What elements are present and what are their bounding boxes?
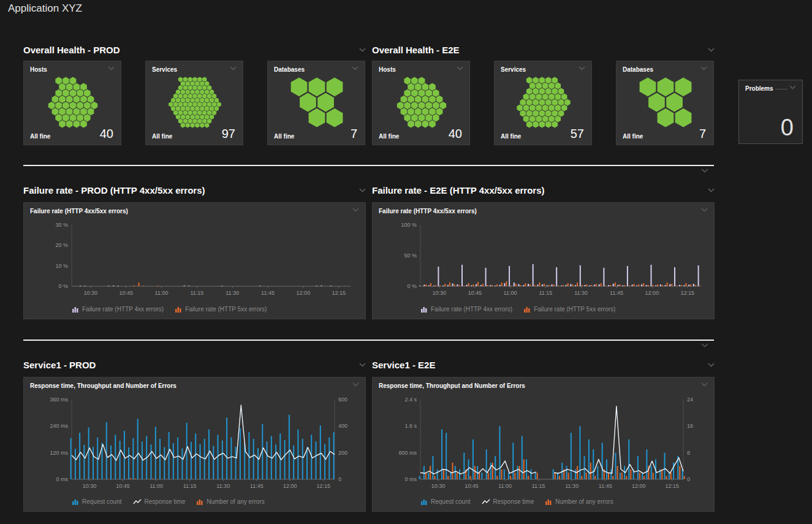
svg-text:10:30: 10:30 — [83, 483, 97, 489]
legend-label: Failure rate (HTTP 5xx errors) — [185, 306, 267, 313]
tile-hosts-e2e[interactable]: Hosts All fine 40 — [372, 61, 470, 145]
legend-label: Response time — [145, 498, 186, 505]
sparkline-placeholder — [775, 89, 787, 89]
svg-text:11:45: 11:45 — [599, 483, 612, 489]
tile-services-e2e[interactable]: Services All fine 57 — [494, 61, 592, 145]
bar-series-icon — [545, 499, 552, 505]
chevron-down-icon[interactable] — [352, 382, 359, 387]
svg-text:360 ms: 360 ms — [50, 397, 68, 403]
failure-rate-prod-chart[interactable]: 0 %10 %20 %30 %10:3010:4511:0011:1511:30… — [30, 220, 359, 300]
legend-label: Request count — [431, 498, 471, 505]
svg-text:11:00: 11:00 — [504, 290, 517, 296]
honeycomb-chart[interactable] — [37, 77, 108, 128]
chevron-down-icon[interactable] — [352, 66, 359, 70]
chevron-down-icon[interactable] — [701, 208, 708, 212]
tile-databases-prod[interactable]: Databases All fine 7 — [267, 61, 365, 145]
status-text: All fine — [501, 133, 521, 140]
svg-text:12:15: 12:15 — [317, 483, 331, 489]
failure-rate-e2e-chart[interactable]: 0 %50 %100 %10:3010:4511:0011:1511:3011:… — [379, 220, 708, 300]
honeycomb-chart[interactable] — [508, 77, 579, 128]
legend-item[interactable]: Response time — [133, 498, 186, 505]
svg-text:1.6 s: 1.6 s — [404, 423, 417, 429]
tile-title: Databases — [274, 66, 305, 73]
chevron-down-icon[interactable] — [701, 343, 708, 347]
chevron-down-icon[interactable] — [700, 66, 707, 70]
service1-e2e-chart[interactable]: 0 ms800 ms1.6 s2.4 s08162410:3010:4511:0… — [379, 395, 708, 493]
honeycomb-chart[interactable] — [281, 77, 352, 128]
tile-databases-e2e[interactable]: Databases All fine 7 — [616, 61, 714, 145]
chart-legend: Request countResponse timeNumber of any … — [420, 498, 613, 505]
section-title: Overall Health - E2E — [372, 45, 460, 55]
bar-series-icon — [72, 499, 79, 505]
svg-text:11:15: 11:15 — [183, 483, 197, 489]
tile-title: Services — [501, 66, 526, 73]
svg-text:100 %: 100 % — [401, 222, 417, 228]
legend-item[interactable]: Failure rate (HTTP 5xx errors) — [175, 306, 267, 313]
tile-services-prod[interactable]: Services All fine 97 — [145, 61, 243, 145]
tile-failure-rate-e2e[interactable]: Failure rate (HTTP 4xx/5xx errors) 0 %50… — [372, 202, 715, 319]
chevron-down-icon[interactable] — [230, 66, 237, 70]
svg-text:11:30: 11:30 — [226, 290, 239, 296]
tile-problems[interactable]: Problems 0 — [738, 80, 803, 144]
chevron-down-icon[interactable] — [708, 188, 715, 192]
status-text: All fine — [30, 133, 50, 140]
svg-text:12:00: 12:00 — [632, 483, 646, 489]
svg-text:10:30: 10:30 — [433, 290, 447, 296]
chevron-down-icon[interactable] — [352, 208, 359, 212]
bar-series-icon — [196, 499, 203, 505]
honeycomb-chart[interactable] — [159, 77, 230, 128]
legend-item[interactable]: Number of any errors — [545, 498, 613, 505]
chevron-down-icon[interactable] — [701, 382, 708, 387]
svg-text:10:30: 10:30 — [431, 483, 446, 489]
section-header-service1-prod: Service1 - PROD — [23, 358, 366, 371]
svg-text:0: 0 — [338, 476, 341, 482]
tile-hosts-prod[interactable]: Hosts All fine 40 — [23, 61, 121, 145]
legend-item[interactable]: Response time — [482, 498, 534, 505]
chevron-down-icon[interactable] — [359, 188, 366, 192]
honeycomb-chart[interactable] — [386, 77, 457, 128]
chevron-down-icon[interactable] — [789, 85, 796, 89]
section-header-failure-e2e: Failure rate - E2E (HTTP 4xx/5xx errors) — [372, 183, 715, 197]
legend-item[interactable]: Failure rate (HTTP 4xx errors) — [72, 306, 164, 313]
honeycomb-chart[interactable] — [630, 77, 701, 128]
svg-text:12:00: 12:00 — [297, 290, 311, 296]
status-text: All fine — [379, 133, 399, 140]
chevron-down-icon[interactable] — [359, 48, 366, 52]
legend-item[interactable]: Failure rate (HTTP 5xx errors) — [523, 306, 615, 313]
tile-service1-prod[interactable]: Response time, Throughput and Number of … — [23, 377, 366, 512]
chevron-down-icon[interactable] — [701, 169, 708, 173]
section-title: Overall Health - PROD — [23, 45, 120, 55]
legend-item[interactable]: Request count — [420, 498, 471, 505]
status-text: All fine — [152, 133, 172, 140]
dashboard: Application XYZ Overall Health - PROD Ov… — [0, 0, 812, 524]
tile-failure-rate-prod[interactable]: Failure rate (HTTP 4xx/5xx errors) 0 %10… — [23, 202, 366, 319]
entity-count: 40 — [100, 127, 113, 140]
svg-text:400: 400 — [338, 423, 347, 429]
svg-text:240 ms: 240 ms — [50, 423, 68, 429]
chevron-down-icon[interactable] — [457, 66, 463, 70]
tile-title: Failure rate (HTTP 4xx/5xx errors) — [379, 208, 477, 215]
legend-item[interactable]: Failure rate (HTTP 4xx errors) — [420, 306, 512, 313]
chevron-down-icon[interactable] — [579, 66, 585, 70]
legend-label: Response time — [493, 498, 534, 505]
chevron-down-icon[interactable] — [708, 48, 715, 52]
svg-text:11:45: 11:45 — [261, 290, 275, 296]
chevron-down-icon[interactable] — [708, 363, 715, 367]
problems-count: 0 — [781, 115, 794, 141]
tile-service1-e2e[interactable]: Response time, Throughput and Number of … — [372, 377, 715, 512]
chevron-down-icon[interactable] — [359, 363, 366, 367]
legend-item[interactable]: Number of any errors — [196, 498, 264, 505]
bar-series-icon — [175, 306, 182, 313]
legend-label: Number of any errors — [207, 498, 264, 505]
svg-text:20 %: 20 % — [55, 242, 68, 248]
section-header-health-prod: Overall Health - PROD — [23, 43, 366, 56]
chevron-down-icon[interactable] — [108, 66, 115, 70]
svg-text:11:30: 11:30 — [565, 483, 579, 489]
svg-text:10:45: 10:45 — [468, 290, 482, 296]
chart-legend: Request countResponse timeNumber of any … — [72, 498, 265, 505]
section-title: Service1 - E2E — [372, 360, 435, 370]
service1-prod-chart[interactable]: 0 ms120 ms240 ms360 ms020040060010:3010:… — [30, 395, 359, 493]
page-title: Application XYZ — [8, 2, 82, 15]
section-header-service1-e2e: Service1 - E2E — [372, 358, 715, 371]
legend-item[interactable]: Request count — [72, 498, 122, 505]
